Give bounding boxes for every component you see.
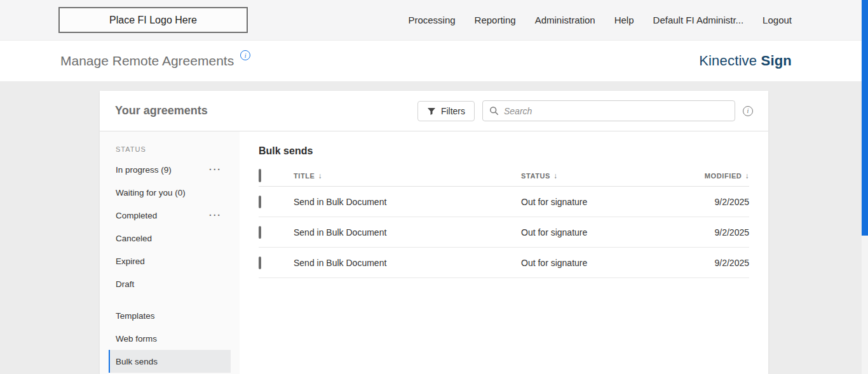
row-status: Out for signature — [521, 197, 679, 207]
sidebar-item-label: Draft — [116, 279, 134, 289]
table-row[interactable]: Send in Bulk Document Out for signature … — [259, 248, 749, 278]
agreements-card-header: Your agreements Filters i — [100, 91, 768, 131]
sidebar-item-label: Bulk sends — [116, 357, 158, 366]
row-checkbox[interactable] — [259, 226, 261, 239]
agreements-card-body: STATUS In progress (9) ··· Waiting for y… — [100, 131, 768, 374]
table-row[interactable]: Send in Bulk Document Out for signature … — [259, 217, 749, 248]
top-nav: Place FI Logo Here Processing Reporting … — [0, 0, 868, 41]
row-checkbox-cell — [259, 258, 294, 268]
page-title-info-icon[interactable]: i — [240, 50, 250, 60]
scrollbar-thumb[interactable] — [862, 0, 868, 236]
search-input[interactable] — [504, 106, 728, 116]
sidebar-item-label: In progress (9) — [116, 165, 172, 175]
nav-item-logout[interactable]: Logout — [763, 15, 792, 25]
row-checkbox[interactable] — [259, 196, 261, 208]
nav-item-reporting[interactable]: Reporting — [475, 15, 516, 25]
row-status: Out for signature — [521, 227, 679, 237]
row-checkbox-cell — [259, 197, 294, 207]
sidebar-item-in-progress[interactable]: In progress (9) ··· — [100, 158, 240, 181]
scrollbar-track[interactable] — [862, 0, 868, 374]
row-title: Send in Bulk Document — [294, 197, 521, 207]
status-sidebar: STATUS In progress (9) ··· Waiting for y… — [100, 131, 240, 374]
sort-descending-icon: ↓ — [745, 171, 749, 180]
row-title: Send in Bulk Document — [294, 258, 521, 268]
agreements-title: Your agreements — [115, 104, 208, 117]
sidebar-item-canceled[interactable]: Canceled — [100, 227, 240, 250]
sort-descending-icon: ↓ — [553, 171, 558, 180]
sidebar-item-label: Web forms — [116, 334, 157, 344]
column-header-title[interactable]: TITLE ↓ — [294, 171, 521, 180]
table-row[interactable]: Send in Bulk Document Out for signature … — [259, 187, 749, 217]
sidebar-item-label: Expired — [116, 257, 145, 266]
column-header-status-label: STATUS — [521, 172, 550, 180]
nav-item-account[interactable]: Default FI Administr... — [653, 15, 744, 25]
row-checkbox-cell — [259, 227, 294, 237]
overflow-menu-icon[interactable]: ··· — [209, 165, 222, 174]
nav-item-help[interactable]: Help — [614, 15, 634, 25]
table-info-icon[interactable]: i — [743, 106, 753, 116]
content-area: Your agreements Filters i — [0, 81, 868, 374]
sidebar-item-label: Templates — [116, 311, 155, 321]
sidebar-group-divider — [100, 295, 240, 304]
column-header-modified[interactable]: MODIFIED ↓ — [679, 171, 749, 180]
row-modified: 9/2/2025 — [679, 227, 749, 237]
bulk-sends-heading: Bulk sends — [259, 145, 749, 157]
brand-logo: Kinective Sign — [699, 53, 792, 69]
header-controls: Filters i — [417, 100, 753, 121]
search-icon — [489, 106, 499, 116]
sidebar-item-expired[interactable]: Expired — [100, 250, 240, 272]
brand-product: Sign — [761, 53, 792, 69]
sort-descending-icon: ↓ — [318, 171, 323, 180]
fi-logo-placeholder: Place FI Logo Here — [58, 7, 248, 33]
row-title: Send in Bulk Document — [294, 227, 521, 237]
column-header-title-label: TITLE — [294, 172, 315, 180]
row-status: Out for signature — [521, 258, 679, 268]
sidebar-item-waiting-for-you[interactable]: Waiting for you (0) — [100, 181, 240, 204]
table-header-row: TITLE ↓ STATUS ↓ MODIFIED ↓ — [259, 165, 749, 187]
page-header: Manage Remote Agreements i Kinective Sig… — [0, 41, 868, 81]
nav-item-processing[interactable]: Processing — [408, 15, 455, 25]
fi-logo-placeholder-text: Place FI Logo Here — [109, 15, 197, 26]
column-header-modified-label: MODIFIED — [705, 172, 742, 180]
filters-button-label: Filters — [441, 106, 465, 116]
status-section-label: STATUS — [100, 137, 240, 158]
agreements-card: Your agreements Filters i — [100, 91, 768, 374]
sidebar-item-label: Waiting for you (0) — [116, 188, 186, 197]
sidebar-item-templates[interactable]: Templates — [100, 304, 240, 327]
sidebar-item-completed[interactable]: Completed ··· — [100, 204, 240, 227]
nav-item-administration[interactable]: Administration — [535, 15, 595, 25]
top-nav-items: Processing Reporting Administration Help… — [408, 15, 792, 25]
sidebar-item-web-forms[interactable]: Web forms — [100, 327, 240, 350]
sidebar-item-draft[interactable]: Draft — [100, 272, 240, 295]
row-modified: 9/2/2025 — [679, 197, 749, 207]
select-all-checkbox[interactable] — [259, 169, 261, 182]
row-checkbox[interactable] — [259, 257, 261, 269]
bulk-sends-panel: Bulk sends TITLE ↓ STATUS ↓ MODIFIED — [240, 131, 768, 374]
sidebar-item-label: Completed — [116, 211, 157, 220]
overflow-menu-icon[interactable]: ··· — [209, 211, 222, 220]
filters-button[interactable]: Filters — [417, 101, 475, 121]
filter-icon — [427, 107, 436, 116]
search-box — [482, 100, 735, 121]
brand-name: Kinective — [699, 53, 757, 69]
sidebar-item-label: Canceled — [116, 234, 152, 243]
column-header-status[interactable]: STATUS ↓ — [521, 171, 679, 180]
row-modified: 9/2/2025 — [679, 258, 749, 268]
sidebar-item-bulk-sends[interactable]: Bulk sends — [109, 350, 231, 373]
page-title: Manage Remote Agreements — [60, 53, 234, 69]
select-all-cell — [259, 170, 294, 182]
